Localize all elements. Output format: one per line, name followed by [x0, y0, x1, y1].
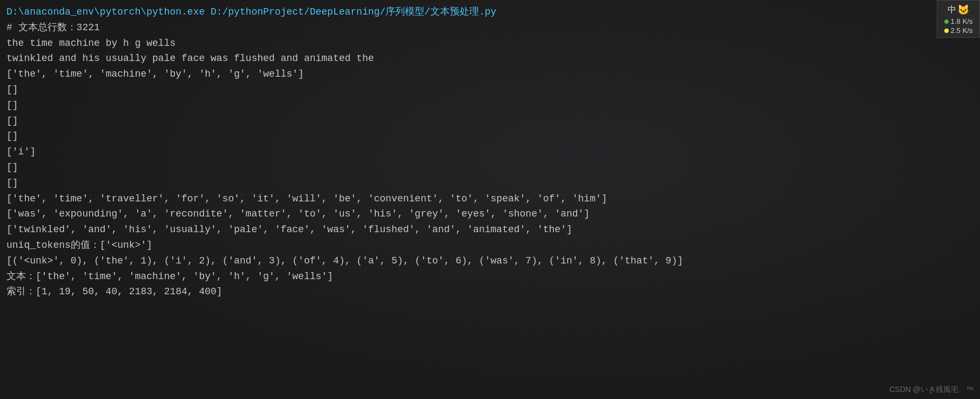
widget-stat2-unit: K/s [963, 26, 973, 35]
line-out6: [] [6, 113, 974, 129]
download-dot-icon [944, 29, 949, 33]
widget-stat-download: 2.5 K/s [944, 26, 973, 35]
widget-cat-icon: 🐱 [957, 4, 969, 16]
line-out8: ['i'] [6, 144, 974, 160]
widget-stat2-value: 2.5 [951, 26, 961, 35]
widget-stat1-unit: K/s [963, 17, 973, 25]
line-out4: [] [6, 82, 974, 98]
terminal-window: D:\anaconda_env\pytorch\python.exe D:/py… [0, 0, 980, 399]
line-out13: ['twinkled', 'and', 'his', 'usually', 'p… [6, 222, 974, 238]
line-out15: [('<unk>', 0), ('the', 1), ('i', 2), ('a… [6, 253, 974, 269]
widget-stat1-value: 1.8 [951, 17, 961, 25]
line-out9: [] [6, 160, 974, 175]
line-out17: 索引：[1, 19, 50, 40, 2183, 2184, 400] [6, 284, 974, 300]
upload-dot-icon [944, 19, 949, 24]
line-out2: twinkled and his usually pale face was f… [6, 51, 974, 66]
widget-stat-upload: 1.8 K/s [944, 17, 973, 26]
widget-title: 中 🐱 [948, 3, 969, 17]
system-widget: 中 🐱 1.8 K/s 2.5 K/s [937, 0, 980, 38]
terminal-title-line: D:\anaconda_env\pytorch\python.exe D:/py… [6, 4, 974, 20]
line-out14: uniq_tokens的值：['<unk>'] [6, 238, 974, 253]
line-comment: # 文本总行数：3221 [6, 20, 974, 36]
widget-cn-label: 中 [948, 4, 956, 16]
csdn-watermark: CSDN @いき残風宅。™ [889, 385, 974, 395]
line-out3: ['the', 'time', 'machine', 'by', 'h', 'g… [6, 66, 974, 82]
line-out1: the time machine by h g wells [6, 36, 974, 51]
line-out16: 文本：['the', 'time', 'machine', 'by', 'h',… [6, 269, 974, 285]
line-out7: [] [6, 129, 974, 144]
line-out5: [] [6, 98, 974, 113]
line-out12: ['was', 'expounding', 'a', 'recondite', … [6, 206, 974, 222]
line-out11: ['the', 'time', 'traveller', 'for', 'so'… [6, 191, 974, 207]
line-out10: [] [6, 175, 974, 191]
